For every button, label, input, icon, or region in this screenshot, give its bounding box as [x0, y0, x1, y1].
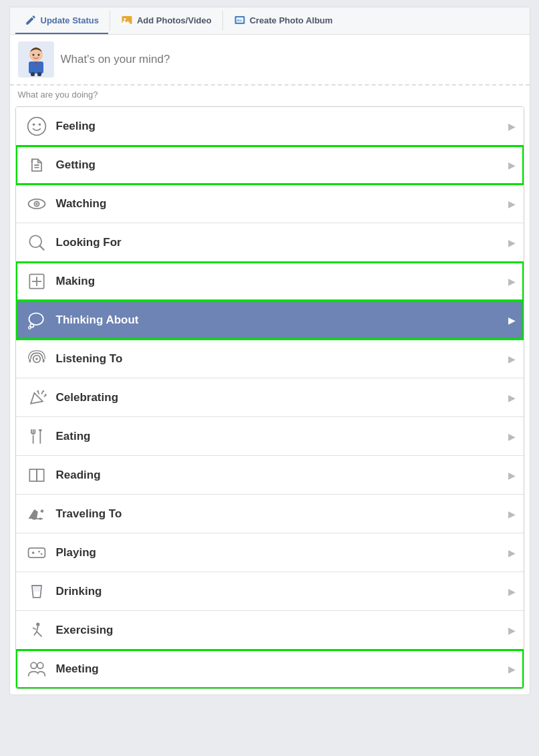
tab-bar: Update Status Add Photos/Video Create Ph…	[10, 7, 530, 35]
activity-label-eating: Eating	[56, 430, 508, 443]
activity-item-getting[interactable]: Getting▶	[16, 146, 524, 184]
activity-item-drinking[interactable]: Drinking▶	[16, 572, 524, 611]
activity-label-feeling: Feeling	[56, 120, 508, 133]
chevron-icon-reading: ▶	[508, 470, 516, 481]
chevron-icon-eating: ▶	[508, 431, 516, 442]
tab-add-photos-label: Add Photos/Video	[137, 15, 212, 25]
activity-label-meeting: Meeting	[56, 662, 508, 676]
celebrating-icon	[24, 385, 49, 410]
chevron-icon-making: ▶	[508, 276, 516, 287]
activity-label-celebrating: Celebrating	[56, 391, 508, 404]
activity-label-traveling-to: Traveling To	[56, 507, 508, 521]
svg-line-21	[39, 245, 43, 249]
activity-item-listening-to[interactable]: Listening To▶	[16, 340, 524, 378]
activity-item-traveling-to[interactable]: Traveling To▶	[16, 495, 524, 533]
traveling-to-icon	[24, 501, 49, 527]
svg-rect-49	[33, 586, 40, 592]
activity-item-eating[interactable]: Eating▶	[16, 417, 524, 456]
getting-icon	[24, 152, 49, 178]
svg-point-48	[40, 553, 42, 555]
tab-create-album[interactable]: Create Photo Album	[224, 7, 342, 34]
tab-update-status-label: Update Status	[41, 15, 99, 25]
svg-point-13	[32, 123, 35, 126]
svg-point-53	[37, 662, 43, 668]
svg-point-12	[27, 117, 45, 135]
activity-item-feeling[interactable]: Feeling▶	[16, 107, 524, 146]
tab-divider-1	[110, 11, 110, 31]
activity-label-playing: Playing	[56, 546, 508, 559]
activity-label-getting: Getting	[56, 158, 508, 172]
activity-item-watching[interactable]: Watching▶	[16, 184, 524, 223]
tab-divider-2	[222, 11, 223, 31]
activity-item-looking-for[interactable]: Looking For▶	[16, 223, 524, 262]
activity-label-looking-for: Looking For	[56, 236, 508, 249]
svg-point-35	[37, 390, 39, 392]
status-area	[10, 35, 530, 86]
svg-rect-31	[42, 359, 44, 362]
tab-create-album-label: Create Photo Album	[250, 15, 333, 25]
activity-label-watching: Watching	[56, 197, 508, 211]
svg-point-37	[45, 394, 47, 396]
svg-point-52	[31, 662, 37, 668]
main-container: Update Status Add Photos/Video Create Ph…	[9, 7, 530, 695]
status-input[interactable]	[61, 53, 522, 66]
svg-point-29	[35, 358, 38, 360]
svg-rect-10	[31, 72, 35, 76]
svg-point-14	[38, 123, 41, 126]
activity-item-thinking-about[interactable]: Thinking About▶	[16, 301, 524, 340]
chevron-icon-playing: ▶	[508, 547, 516, 558]
playing-icon	[24, 540, 49, 565]
tab-update-status[interactable]: Update Status	[15, 7, 108, 34]
activity-item-reading[interactable]: Reading▶	[16, 456, 524, 495]
meeting-icon	[24, 656, 49, 682]
activity-label-making: Making	[56, 275, 508, 288]
tab-add-photos[interactable]: Add Photos/Video	[112, 7, 221, 34]
svg-rect-30	[29, 359, 31, 362]
chevron-icon-meeting: ▶	[508, 664, 516, 674]
chevron-icon-exercising: ▶	[508, 625, 516, 636]
thinking-about-icon	[24, 307, 49, 333]
listening-to-icon	[24, 346, 49, 372]
avatar	[18, 41, 54, 78]
chevron-icon-celebrating: ▶	[508, 392, 516, 403]
activity-list: Feeling▶Getting▶Watching▶Looking For▶Mak…	[15, 106, 524, 689]
chevron-icon-feeling: ▶	[508, 121, 516, 132]
svg-line-33	[41, 392, 43, 394]
drinking-icon	[24, 579, 49, 604]
activity-label-listening-to: Listening To	[56, 352, 508, 366]
activity-label-exercising: Exercising	[56, 624, 508, 637]
svg-rect-11	[37, 72, 41, 76]
exercising-icon	[24, 618, 49, 643]
looking-for-icon	[24, 230, 49, 255]
activity-label-drinking: Drinking	[56, 585, 508, 598]
activity-label-reading: Reading	[56, 469, 508, 482]
activity-item-meeting[interactable]: Meeting▶	[16, 650, 524, 688]
chevron-icon-drinking: ▶	[508, 586, 516, 597]
chevron-icon-listening-to: ▶	[508, 354, 516, 364]
photo-icon	[121, 14, 133, 26]
chevron-icon-looking-for: ▶	[508, 237, 516, 248]
svg-point-27	[28, 326, 31, 329]
svg-point-36	[42, 390, 44, 392]
chevron-icon-watching: ▶	[508, 199, 516, 209]
activity-item-making[interactable]: Making▶	[16, 262, 524, 301]
activity-item-exercising[interactable]: Exercising▶	[16, 611, 524, 650]
chevron-icon-thinking-about: ▶	[508, 315, 516, 326]
album-icon	[234, 14, 246, 26]
svg-line-32	[37, 392, 39, 394]
svg-point-7	[32, 54, 34, 56]
chevron-icon-traveling-to: ▶	[508, 509, 516, 519]
chevron-icon-getting: ▶	[508, 160, 516, 170]
svg-point-19	[35, 203, 38, 205]
svg-point-1	[124, 18, 126, 20]
activity-item-playing[interactable]: Playing▶	[16, 533, 524, 572]
svg-point-8	[37, 54, 39, 56]
eating-icon	[24, 424, 49, 449]
making-icon	[24, 269, 49, 294]
activity-label-thinking-about: Thinking About	[56, 313, 508, 327]
avatar-image	[18, 41, 54, 78]
doing-label: What are you doing?	[10, 86, 530, 104]
activity-item-celebrating[interactable]: Celebrating▶	[16, 378, 524, 417]
watching-icon	[24, 191, 49, 217]
svg-point-25	[29, 313, 43, 325]
